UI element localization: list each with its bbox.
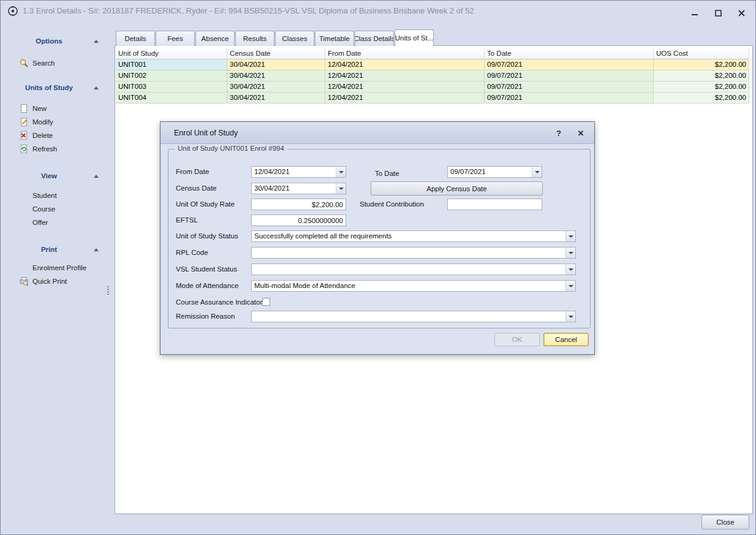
uos-status-combo[interactable]: Successfully completed all the requireme… [251, 230, 576, 242]
table-row-unit002[interactable]: UNIT002 30/04/2021 12/04/2021 09/07/2021… [116, 70, 749, 82]
sidebar-item-quick-print[interactable]: Quick Print [19, 275, 67, 287]
tab-absence[interactable]: Absence [195, 31, 235, 46]
table-row-unit001[interactable]: UNIT001 30/04/2021 12/04/2021 09/07/2021… [116, 59, 749, 70]
cell-uos-cost[interactable]: $2,200.00 [654, 82, 749, 93]
sidebar-item-student[interactable]: Student [19, 189, 57, 202]
sidebar-item-label: Search [32, 59, 55, 67]
sidebar-item-offer[interactable]: Offer [19, 216, 48, 229]
uos-rate-label: Unit Of Study Rate [176, 199, 235, 210]
sidebar-splitter-handle[interactable] [107, 286, 109, 296]
cell-to-date[interactable]: 09/07/2021 [485, 59, 654, 70]
cell-from-date[interactable]: 12/04/2021 [325, 59, 485, 70]
dialog-close-icon[interactable]: ✕ [573, 126, 588, 140]
vsl-student-status-value [252, 264, 565, 275]
cell-uos-cost[interactable]: $2,200.00 [654, 70, 749, 82]
apply-census-date-button[interactable]: Apply Census Date [371, 181, 543, 195]
sidebar-group-view-title: View [4, 172, 94, 180]
eftsl-input[interactable] [251, 214, 346, 226]
chevron-down-icon[interactable] [565, 311, 575, 322]
chevron-down-icon[interactable] [565, 248, 575, 258]
sidebar-item-enrolment-profile[interactable]: Enrolment Profile [19, 262, 86, 274]
vsl-student-status-label: VSL Student Status [176, 264, 237, 275]
cell-to-date[interactable]: 09/07/2021 [485, 93, 654, 104]
new-document-icon [19, 104, 29, 113]
dialog-title-bar[interactable]: Enrol Unit of Study ? ✕ [161, 122, 594, 144]
table-row-unit003[interactable]: UNIT003 30/04/2021 12/04/2021 09/07/2021… [116, 82, 749, 93]
sidebar-group-print-title: Print [4, 246, 94, 253]
sidebar-group-print[interactable]: Print [4, 243, 101, 256]
tab-timetable[interactable]: Timetable [315, 31, 354, 46]
help-icon[interactable]: ? [551, 126, 566, 140]
sidebar-item-label: Delete [32, 132, 53, 139]
cell-census-date[interactable]: 30/04/2021 [227, 70, 325, 82]
tab-class-details[interactable]: Class Details [355, 31, 394, 46]
tab-details[interactable]: Details [116, 31, 155, 46]
census-date-combo[interactable]: 30/04/2021 [251, 183, 346, 194]
remission-reason-value [252, 311, 565, 322]
chevron-down-icon[interactable] [565, 281, 575, 291]
sidebar-item-label: Course [32, 205, 55, 213]
tab-units-of-study[interactable]: Units of St... [395, 29, 434, 46]
chevron-down-icon[interactable] [565, 264, 575, 275]
rpl-code-combo[interactable] [251, 247, 576, 259]
cell-unit[interactable]: UNIT002 [116, 70, 227, 82]
to-date-label: To Date [375, 168, 399, 180]
chevron-down-icon[interactable] [336, 167, 346, 177]
sidebar-item-delete[interactable]: Delete [19, 129, 53, 142]
tab-results[interactable]: Results [235, 31, 274, 46]
cell-unit[interactable]: UNIT001 [116, 59, 227, 70]
cell-to-date[interactable]: 09/07/2021 [485, 70, 654, 82]
ok-button[interactable]: OK [494, 333, 540, 346]
cell-unit[interactable]: UNIT004 [116, 93, 227, 104]
tab-strip: Details Fees Absence Results Classes Tim… [116, 29, 434, 46]
student-contribution-input[interactable] [447, 199, 542, 210]
chevron-down-icon[interactable] [336, 183, 346, 194]
sidebar-item-search[interactable]: Search [19, 57, 55, 69]
cancel-button[interactable]: Cancel [543, 333, 589, 346]
sidebar-group-options[interactable]: Options [4, 35, 101, 47]
table-row-unit004[interactable]: UNIT004 30/04/2021 12/04/2021 09/07/2021… [116, 93, 749, 104]
cell-census-date[interactable]: 30/04/2021 [227, 59, 325, 70]
sidebar-item-label: Quick Print [32, 278, 67, 285]
chevron-down-icon[interactable] [532, 167, 542, 177]
maximize-button[interactable] [709, 6, 727, 20]
cell-to-date[interactable]: 09/07/2021 [485, 82, 654, 93]
sidebar-group-view[interactable]: View [4, 170, 101, 182]
sidebar-item-course[interactable]: Course [19, 203, 55, 215]
course-assurance-checkbox[interactable] [262, 298, 270, 306]
sidebar-item-modify[interactable]: Modify [19, 116, 53, 128]
cell-uos-cost[interactable]: $2,200.00 [654, 59, 749, 70]
census-date-value: 30/04/2021 [252, 183, 336, 194]
sidebar-group-units-of-study[interactable]: Units of Study [4, 82, 101, 94]
remission-reason-combo[interactable] [251, 311, 576, 322]
column-header-to-date[interactable]: To Date [485, 48, 654, 59]
close-button[interactable]: Close [701, 515, 749, 529]
cell-census-date[interactable]: 30/04/2021 [227, 93, 325, 104]
cell-from-date[interactable]: 12/04/2021 [325, 70, 485, 82]
column-header-unit-of-study[interactable]: Unit of Study [116, 48, 227, 59]
chevron-down-icon[interactable] [565, 231, 575, 241]
tab-fees[interactable]: Fees [156, 31, 195, 46]
minimize-button[interactable] [686, 6, 704, 20]
tab-classes[interactable]: Classes [275, 31, 314, 46]
cell-from-date[interactable]: 12/04/2021 [325, 93, 485, 104]
sidebar: Options Search Units of Study New [1, 21, 115, 534]
app-icon [7, 6, 18, 17]
sidebar-item-refresh[interactable]: Refresh [19, 143, 57, 155]
cell-from-date[interactable]: 12/04/2021 [325, 82, 485, 93]
column-header-census-date[interactable]: Census Date [227, 48, 325, 59]
close-window-button[interactable] [732, 6, 750, 20]
from-date-combo[interactable]: 12/04/2021 [251, 166, 346, 178]
sidebar-item-new[interactable]: New [19, 102, 47, 115]
mode-of-attendance-combo[interactable]: Multi-modal Mode of Attendance [251, 280, 576, 292]
vsl-student-status-combo[interactable] [251, 264, 576, 275]
uos-rate-input[interactable] [251, 199, 346, 210]
column-header-uos-cost[interactable]: UOS Cost [654, 48, 749, 59]
cell-uos-cost[interactable]: $2,200.00 [654, 93, 749, 104]
refresh-icon [19, 144, 29, 154]
column-header-from-date[interactable]: From Date [325, 48, 485, 59]
cell-unit[interactable]: UNIT003 [116, 82, 227, 93]
cell-census-date[interactable]: 30/04/2021 [227, 82, 325, 93]
window-title: 1.3 Enrol Details - S#: 2018187 FREDERIC… [23, 1, 474, 21]
to-date-combo[interactable]: 09/07/2021 [447, 166, 542, 178]
